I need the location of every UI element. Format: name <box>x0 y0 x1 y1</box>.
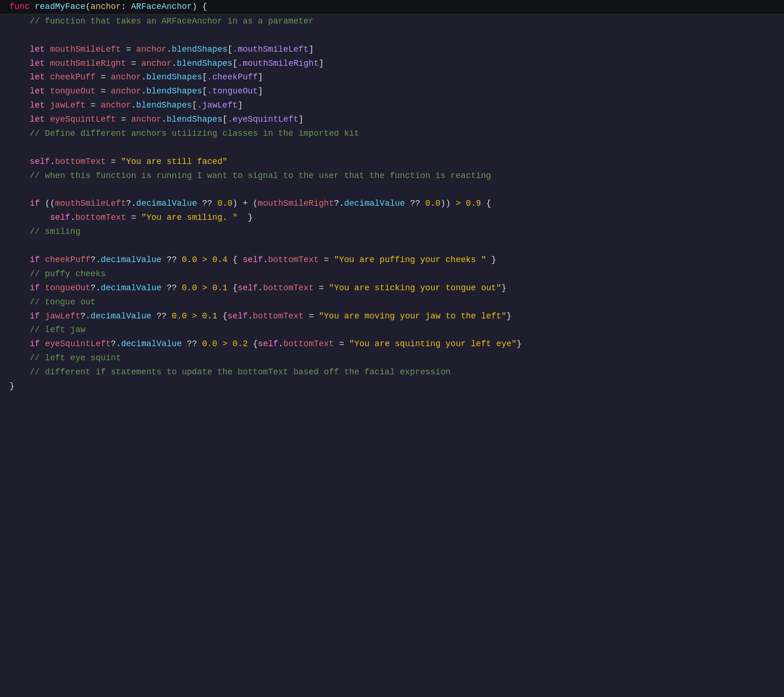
func-name: readMyFace <box>35 2 85 11</box>
code-line-blank-2 <box>0 141 784 155</box>
code-line-26: // left eye squint <box>0 351 784 365</box>
code-line-blank-1 <box>0 29 784 43</box>
code-editor: func readMyFace(anchor: ARFaceAnchor) { … <box>0 0 784 697</box>
code-line-22: // tongue out <box>0 295 784 310</box>
code-line-6: let cheekPuff = anchor.blendShapes[.chee… <box>0 70 784 85</box>
code-line-24: // left jaw <box>0 323 784 337</box>
code-line-8: let jawLeft = anchor.blendShapes[.jawLef… <box>0 99 784 113</box>
code-line-4: let mouthSmileLeft = anchor.blendShapes[… <box>0 43 784 57</box>
code-line-12: self.bottomText = "You are still faced" <box>0 155 784 169</box>
param-anchor: anchor <box>91 2 121 11</box>
code-line-blank-4 <box>0 239 784 253</box>
code-line-17: // smiling <box>0 225 784 239</box>
code-line-blank-3 <box>0 183 784 197</box>
code-line-21: if tongueOut?.decimalValue ?? 0.0 > 0.1 … <box>0 281 784 295</box>
code-line-25: if eyeSquintLeft?.decimalValue ?? 0.0 > … <box>0 337 784 351</box>
code-line-2: // function that takes an ARFaceAnchor i… <box>0 15 784 29</box>
code-line-15: if ((mouthSmileLeft?.decimalValue ?? 0.0… <box>0 197 784 211</box>
code-line-10: // Define different anchors utilizing cl… <box>0 127 784 141</box>
code-line-23: if jawLeft?.decimalValue ?? 0.0 > 0.1 {s… <box>0 310 784 324</box>
code-line-13: // when this function is running I want … <box>0 169 784 183</box>
code-line-7: let tongueOut = anchor.blendShapes[.tong… <box>0 85 784 99</box>
code-line-20: // puffy cheeks <box>0 267 784 281</box>
code-line-27: // different if statements to update the… <box>0 365 784 379</box>
code-line-16: self.bottomText = "You are smiling. " } <box>0 211 784 225</box>
code-line-19: if cheekPuff?.decimalValue ?? 0.0 > 0.4 … <box>0 253 784 267</box>
code-line-1: func readMyFace(anchor: ARFaceAnchor) { <box>0 0 784 15</box>
keyword-func: func <box>9 2 35 11</box>
code-line-5: let mouthSmileRight = anchor.blendShapes… <box>0 57 784 71</box>
code-line-28: } <box>0 379 784 394</box>
code-line-9: let eyeSquintLeft = anchor.blendShapes[.… <box>0 113 784 127</box>
